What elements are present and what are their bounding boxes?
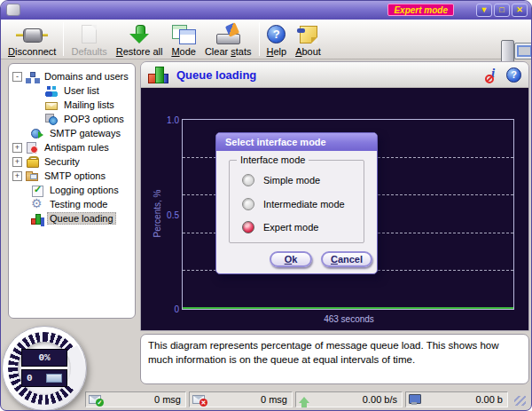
sidebar-item-mailing-lists[interactable]: Mailing lists	[11, 98, 133, 112]
resize-grip[interactable]	[514, 396, 526, 406]
minimize-button[interactable]: ▼	[476, 4, 492, 17]
description-panel: This diagram represents percentage of me…	[140, 334, 529, 384]
sidebar-item-pop3-options[interactable]: POP3 options	[11, 112, 133, 126]
logging-icon	[31, 185, 43, 196]
panel-header: Queue loading	[141, 62, 528, 88]
close-button[interactable]: ✕	[512, 4, 528, 17]
radio-icon[interactable]	[242, 221, 254, 233]
mode-badge: Expert mode	[387, 4, 454, 16]
toolbar-button-label: Clear stats	[205, 46, 252, 57]
y-axis-label: Percents, %	[153, 178, 162, 249]
toolbar-button-label: Defaults	[71, 46, 106, 57]
sidebar-item-label: Queue loading	[47, 212, 116, 225]
help-icon[interactable]	[506, 67, 521, 83]
queue-loading-icon	[31, 213, 43, 225]
sidebar-item-queue-loading[interactable]: Queue loading	[11, 211, 133, 225]
bar-chart-icon	[148, 66, 169, 83]
sidebar-item-user-list[interactable]: User list	[11, 83, 133, 98]
gauge-count-display: 0	[21, 369, 67, 387]
mail-icon	[46, 374, 62, 383]
note-icon	[300, 26, 317, 43]
about-button[interactable]: About	[291, 21, 325, 58]
maximize-button[interactable]: □	[494, 4, 510, 17]
collapse-icon[interactable]: -	[12, 72, 22, 82]
mode-button[interactable]: Mode	[167, 21, 200, 58]
toolbar: Disconnect Defaults Restore all Mode Cle…	[1, 20, 531, 59]
help-icon	[267, 25, 286, 43]
mail-ok-icon	[89, 395, 101, 404]
radio-icon[interactable]	[242, 198, 254, 210]
toolbar-separator	[63, 22, 64, 56]
status-value: 0 msg	[261, 394, 292, 405]
sidebar-item-label: SMTP gateways	[47, 127, 123, 139]
settings-tree: - Domains and users User list Mailing li…	[8, 63, 136, 319]
status-value: 0 msg	[154, 394, 185, 405]
gauge-percent-display: 0%	[21, 349, 67, 367]
dialog-title[interactable]: Select interface mode	[216, 133, 377, 151]
sidebar-item-domains-and-users[interactable]: - Domains and users	[11, 69, 133, 83]
sidebar-item-security[interactable]: + Security	[11, 154, 133, 169]
windows-icon	[172, 25, 196, 44]
app-window: Expert mode ▼ □ ✕ Disconnect Defaults Re…	[0, 0, 532, 411]
sidebar-item-label: SMTP options	[42, 170, 108, 182]
mail-error-icon	[192, 395, 205, 404]
radio-label: Intermediate mode	[263, 199, 345, 209]
user-list-icon	[45, 85, 58, 97]
ok-button[interactable]: Ok	[270, 251, 312, 267]
cancel-button[interactable]: Cancel	[321, 251, 372, 267]
radio-icon[interactable]	[242, 174, 254, 186]
radio-expert-mode[interactable]: Expert mode	[242, 220, 318, 234]
sidebar-item-logging-options[interactable]: Logging options	[11, 183, 133, 197]
radio-label: Simple mode	[263, 175, 320, 186]
toolbar-button-label: Disconnect	[8, 46, 56, 57]
sidebar-item-label: Logging options	[47, 184, 121, 196]
expand-icon[interactable]: +	[12, 157, 22, 167]
pop3-icon	[45, 114, 58, 125]
panel-title: Queue loading	[176, 68, 256, 82]
interface-mode-group: Interface mode Simple mode Intermediate …	[229, 160, 364, 243]
load-gauge: 0% 0	[2, 326, 87, 411]
status-value: 0.00 b	[475, 394, 507, 405]
radio-intermediate-mode[interactable]: Intermediate mode	[242, 197, 345, 211]
gauge-face: 0% 0	[2, 326, 87, 411]
disconnect-button[interactable]: Disconnect	[4, 21, 60, 58]
status-panel-failed: 0 msg	[189, 391, 293, 407]
x-axis-label: 463 seconds	[182, 314, 516, 324]
sidebar-item-label: Domains and users	[42, 70, 131, 83]
y-tick-label: 0	[174, 304, 179, 314]
app-icon	[6, 4, 20, 16]
domains-icon	[26, 71, 38, 83]
mailing-lists-icon	[45, 102, 58, 110]
group-label: Interface mode	[237, 154, 309, 165]
sidebar-item-testing-mode[interactable]: Testing mode	[11, 197, 133, 211]
select-interface-mode-dialog: Select interface mode Interface mode Sim…	[215, 132, 378, 274]
radio-label: Expert mode	[263, 222, 318, 233]
expand-icon[interactable]: +	[12, 143, 22, 153]
y-tick-label: 0.5	[167, 209, 179, 219]
defaults-button[interactable]: Defaults	[66, 21, 111, 58]
sidebar-item-smtp-options[interactable]: + SMTP options	[11, 169, 133, 183]
expand-icon[interactable]: +	[12, 171, 22, 181]
upload-icon	[299, 397, 309, 403]
clear-stats-button[interactable]: Clear stats	[200, 21, 256, 58]
info-disabled-icon[interactable]	[487, 67, 499, 83]
sidebar-item-label: Testing mode	[47, 198, 110, 210]
status-panel-delivered: 0 msg	[85, 391, 186, 407]
toolbar-separator	[259, 22, 260, 56]
title-bar[interactable]: Expert mode ▼ □ ✕	[1, 1, 531, 20]
sidebar-item-smtp-gateways[interactable]: SMTP gateways	[11, 126, 133, 140]
sidebar-item-label: Security	[42, 155, 82, 168]
sidebar-item-label: Mailing lists	[61, 99, 117, 111]
restore-all-button[interactable]: Restore all	[112, 21, 168, 58]
radio-simple-mode[interactable]: Simple mode	[242, 173, 320, 187]
antispam-icon	[26, 142, 38, 154]
brush-drive-icon	[215, 24, 240, 44]
smtp-gateways-icon	[31, 128, 43, 139]
status-panel-traffic: 0.00 b	[405, 391, 508, 407]
toolbar-button-label: Help	[267, 46, 287, 57]
sidebar-item-label: Antispam rules	[42, 141, 112, 154]
help-button[interactable]: Help	[262, 21, 292, 58]
sidebar-item-antispam-rules[interactable]: + Antispam rules	[11, 140, 133, 154]
status-panel-speed: 0.00 b/s	[295, 391, 403, 407]
disconnect-icon	[16, 26, 48, 43]
